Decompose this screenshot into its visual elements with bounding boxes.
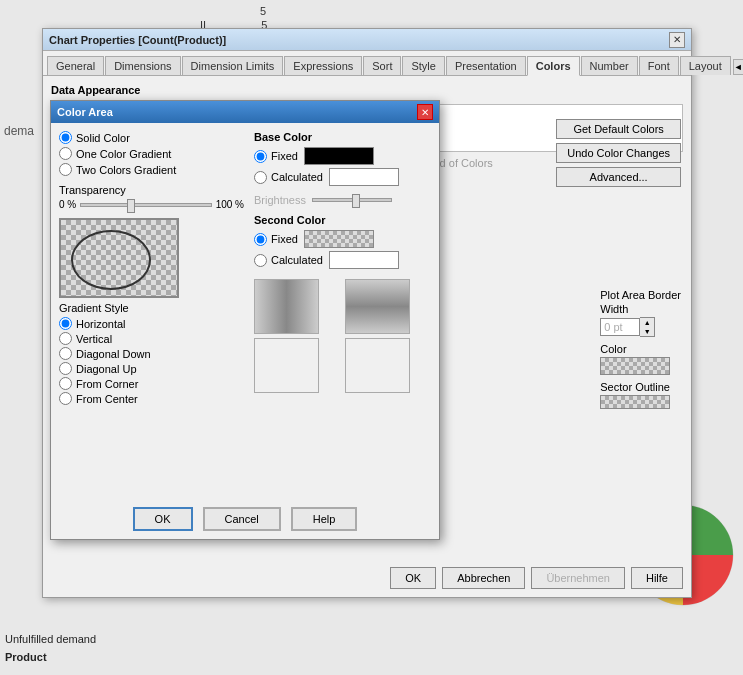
- data-appearance-title: Data Appearance: [51, 84, 683, 96]
- second-calculated-swatch[interactable]: [329, 251, 399, 269]
- transparency-section: Transparency 0 % 100 %: [59, 184, 244, 210]
- base-color-black-swatch[interactable]: [304, 147, 374, 165]
- diagonal-up-radio[interactable]: [59, 362, 72, 375]
- right-buttons-panel: Get Default Colors Undo Color Changes Ad…: [556, 119, 681, 187]
- apply-button[interactable]: Übernehmen: [531, 567, 625, 589]
- from-corner-radio[interactable]: [59, 377, 72, 390]
- dialog-ok-button[interactable]: OK: [133, 507, 193, 531]
- tab-number[interactable]: Number: [581, 56, 638, 75]
- base-fixed-row: Fixed: [254, 147, 431, 165]
- vertical-radio[interactable]: [59, 332, 72, 345]
- from-corner-label: From Corner: [76, 378, 138, 390]
- base-calculated-label: Calculated: [271, 171, 323, 183]
- tab-presentation[interactable]: Presentation: [446, 56, 526, 75]
- transparency-slider-track[interactable]: [80, 203, 211, 207]
- transparency-max: 100 %: [216, 199, 244, 210]
- transparency-slider-thumb[interactable]: [127, 199, 135, 213]
- gradient-preview-diagonal[interactable]: [254, 338, 319, 393]
- tab-colors[interactable]: Colors: [527, 56, 580, 76]
- base-calculated-radio[interactable]: [254, 171, 267, 184]
- diagonal-down-option[interactable]: Diagonal Down: [59, 347, 244, 360]
- horizontal-option[interactable]: Horizontal: [59, 317, 244, 330]
- color-dialog-close-button[interactable]: ✕: [417, 104, 433, 120]
- transparency-min: 0 %: [59, 199, 76, 210]
- gradient-options: Horizontal Vertical Diagonal Down Diagon…: [59, 317, 244, 405]
- dialog-cancel-button[interactable]: Cancel: [203, 507, 281, 531]
- diagonal-down-radio[interactable]: [59, 347, 72, 360]
- brightness-row: Brightness: [254, 194, 431, 206]
- get-default-colors-button[interactable]: Get Default Colors: [556, 119, 681, 139]
- base-fixed-label: Fixed: [271, 150, 298, 162]
- help-button[interactable]: Hilfe: [631, 567, 683, 589]
- second-fixed-row: Fixed: [254, 230, 431, 248]
- gradient-style-title: Gradient Style: [59, 302, 244, 314]
- width-spinbox-buttons: ▲ ▼: [640, 317, 655, 337]
- gradient-preview-vertical[interactable]: [345, 279, 410, 334]
- sector-swatch[interactable]: [600, 395, 670, 409]
- second-color-grey-swatch[interactable]: [304, 230, 374, 248]
- tab-style[interactable]: Style: [402, 56, 444, 75]
- tab-layout[interactable]: Layout: [680, 56, 731, 75]
- color-area-dialog: Color Area ✕ Solid Color One Color Gradi…: [50, 100, 440, 540]
- width-down-button[interactable]: ▼: [640, 327, 654, 336]
- tab-bar: General Dimensions Dimension Limits Expr…: [43, 51, 691, 76]
- tab-sort[interactable]: Sort: [363, 56, 401, 75]
- tab-general[interactable]: General: [47, 56, 104, 75]
- from-center-radio[interactable]: [59, 392, 72, 405]
- second-fixed-option[interactable]: Fixed: [254, 233, 298, 246]
- solid-color-radio[interactable]: [59, 131, 72, 144]
- horizontal-radio[interactable]: [59, 317, 72, 330]
- ok-button[interactable]: OK: [390, 567, 436, 589]
- tab-font[interactable]: Font: [639, 56, 679, 75]
- bg-col-header2: 5: [260, 5, 266, 17]
- plot-area-border-panel: Plot Area Border Width ▲ ▼ Color Sector …: [600, 289, 681, 415]
- base-calculated-option[interactable]: Calculated: [254, 171, 323, 184]
- gradient-style-section: Gradient Style Horizontal Vertical Diago…: [59, 302, 244, 405]
- cancel-button[interactable]: Abbrechen: [442, 567, 525, 589]
- transparency-slider-row: 0 % 100 %: [59, 199, 244, 210]
- width-input[interactable]: [600, 318, 640, 336]
- tab-dimensions[interactable]: Dimensions: [105, 56, 180, 75]
- solid-color-option[interactable]: Solid Color: [59, 131, 244, 144]
- border-color-swatch[interactable]: [600, 357, 670, 375]
- brightness-slider[interactable]: [312, 198, 392, 202]
- dialog-help-button[interactable]: Help: [291, 507, 358, 531]
- from-center-option[interactable]: From Center: [59, 392, 244, 405]
- advanced-button[interactable]: Advanced...: [556, 167, 681, 187]
- color-type-radio-group: Solid Color One Color Gradient Two Color…: [59, 131, 244, 176]
- from-corner-option[interactable]: From Corner: [59, 377, 244, 390]
- width-spinbox: ▲ ▼: [600, 317, 681, 337]
- base-color-options: Fixed Calculated: [254, 147, 431, 186]
- vertical-label: Vertical: [76, 333, 112, 345]
- tab-expressions[interactable]: Expressions: [284, 56, 362, 75]
- two-colors-gradient-radio[interactable]: [59, 163, 72, 176]
- color-right-panel: Base Color Fixed Calculated: [254, 131, 431, 405]
- diagonal-up-option[interactable]: Diagonal Up: [59, 362, 244, 375]
- gradient-preview-corner[interactable]: [345, 338, 410, 393]
- from-center-label: From Center: [76, 393, 138, 405]
- base-fixed-radio[interactable]: [254, 150, 267, 163]
- tab-nav-prev[interactable]: ◄: [733, 59, 743, 75]
- one-color-gradient-option[interactable]: One Color Gradient: [59, 147, 244, 160]
- base-fixed-option[interactable]: Fixed: [254, 150, 298, 163]
- brightness-label: Brightness: [254, 194, 306, 206]
- base-calculated-swatch[interactable]: [329, 168, 399, 186]
- vertical-option[interactable]: Vertical: [59, 332, 244, 345]
- color-dialog-body: Solid Color One Color Gradient Two Color…: [51, 123, 439, 413]
- second-fixed-label: Fixed: [271, 233, 298, 245]
- brightness-thumb[interactable]: [352, 194, 360, 208]
- window-close-button[interactable]: ✕: [669, 32, 685, 48]
- undo-color-changes-button[interactable]: Undo Color Changes: [556, 143, 681, 163]
- one-color-gradient-radio[interactable]: [59, 147, 72, 160]
- color-left-panel: Solid Color One Color Gradient Two Color…: [59, 131, 244, 405]
- width-up-button[interactable]: ▲: [640, 318, 654, 327]
- transparency-label: Transparency: [59, 184, 244, 196]
- color-dialog-title: Color Area: [57, 106, 113, 118]
- gradient-preview-horizontal[interactable]: [254, 279, 319, 334]
- second-calculated-radio[interactable]: [254, 254, 267, 267]
- second-fixed-radio[interactable]: [254, 233, 267, 246]
- second-calculated-option[interactable]: Calculated: [254, 254, 323, 267]
- two-colors-gradient-option[interactable]: Two Colors Gradient: [59, 163, 244, 176]
- tab-dimension-limits[interactable]: Dimension Limits: [182, 56, 284, 75]
- color-field-group: Color: [600, 343, 681, 375]
